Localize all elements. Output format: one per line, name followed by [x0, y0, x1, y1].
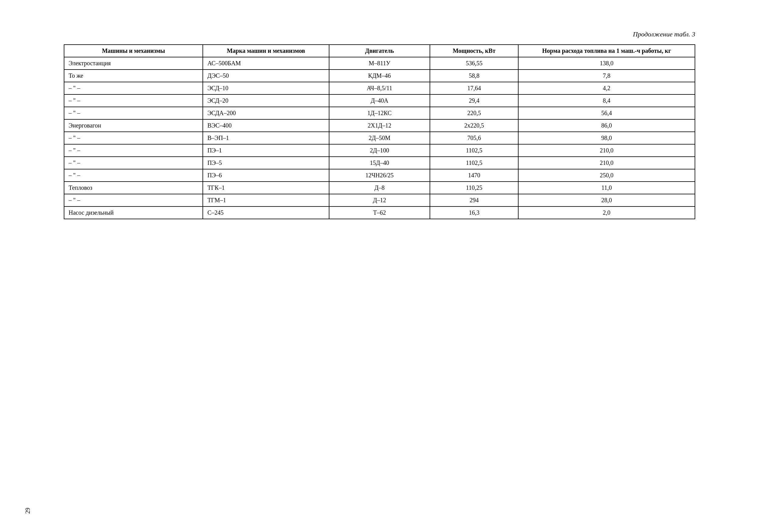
cell-power: 58,8 [430, 69, 518, 82]
cell-engine: 2Д–100 [329, 144, 430, 157]
cell-power: 1470 [430, 169, 518, 182]
table-row: ТепловозТГК–1Д–8110,2511,0 [64, 182, 695, 194]
cell-machine: – " – [64, 107, 203, 119]
table-row: – " –ЭСДА–2001Д–12КС220,556,4 [64, 107, 695, 119]
cell-power: 29,4 [430, 95, 518, 107]
cell-power: 294 [430, 194, 518, 206]
cell-brand: ВЭС–400 [203, 119, 329, 132]
cell-machine: – " – [64, 157, 203, 169]
cell-machine: Насос дизельный [64, 206, 203, 219]
cell-power: 110,25 [430, 182, 518, 194]
cell-machine: Электростанция [64, 57, 203, 69]
cell-brand: С–245 [203, 206, 329, 219]
table-row: – " –ПЭ–515Д–401102,5210,0 [64, 157, 695, 169]
cell-power: 17,64 [430, 82, 518, 95]
cell-fuel-norm: 210,0 [518, 157, 695, 169]
cell-power: 705,6 [430, 132, 518, 144]
cell-power: 1102,5 [430, 157, 518, 169]
cell-brand: ТГК–1 [203, 182, 329, 194]
col-header-power: Мощность, кВт [430, 45, 518, 57]
cell-brand: ТГМ–1 [203, 194, 329, 206]
cell-power: 1102,5 [430, 144, 518, 157]
cell-machine: – " – [64, 169, 203, 182]
cell-brand: ЭСДА–200 [203, 107, 329, 119]
cell-machine: – " – [64, 132, 203, 144]
cell-machine: Энерговагон [64, 119, 203, 132]
cell-fuel-norm: 250,0 [518, 169, 695, 182]
cell-brand: ПЭ–6 [203, 169, 329, 182]
cell-fuel-norm: 2,0 [518, 206, 695, 219]
page-container: Продолжение табл. 3 Машины и механизмы М… [46, 18, 713, 231]
cell-fuel-norm: 138,0 [518, 57, 695, 69]
col-header-fuel: Норма расхода топлива на 1 маш.-ч работы… [518, 45, 695, 57]
cell-engine: Т–62 [329, 206, 430, 219]
cell-machine: То же [64, 69, 203, 82]
table-row: – " –ПЭ–612ЧН26/251470250,0 [64, 169, 695, 182]
cell-engine: 12ЧН26/25 [329, 169, 430, 182]
table-title: Продолжение табл. 3 [64, 30, 695, 38]
cell-fuel-norm: 7,8 [518, 69, 695, 82]
cell-engine: 2Д–50М [329, 132, 430, 144]
cell-power: 16,3 [430, 206, 518, 219]
table-row: – " –ЭСД–10АЧ–8,5/1117,644,2 [64, 82, 695, 95]
cell-fuel-norm: 11,0 [518, 182, 695, 194]
cell-fuel-norm: 8,4 [518, 95, 695, 107]
cell-machine: – " – [64, 95, 203, 107]
cell-brand: ЭСД–20 [203, 95, 329, 107]
col-header-brand: Марка машин и механизмов [203, 45, 329, 57]
table-row: Насос дизельныйС–245Т–6216,32,0 [64, 206, 695, 219]
col-header-engine: Двигатель [329, 45, 430, 57]
cell-fuel-norm: 210,0 [518, 144, 695, 157]
cell-power: 220,5 [430, 107, 518, 119]
cell-engine: 1Д–12КС [329, 107, 430, 119]
cell-fuel-norm: 86,0 [518, 119, 695, 132]
cell-engine: Д–40А [329, 95, 430, 107]
cell-machine: – " – [64, 194, 203, 206]
cell-brand: ДЭС–50 [203, 69, 329, 82]
cell-engine: АЧ–8,5/11 [329, 82, 430, 95]
table-row: – " –ПЭ–12Д–1001102,5210,0 [64, 144, 695, 157]
cell-brand: ПЭ–1 [203, 144, 329, 157]
page-number: 29 [24, 508, 31, 514]
cell-brand: АС–500БАМ [203, 57, 329, 69]
cell-machine: – " – [64, 144, 203, 157]
table-row: ЭнерговагонВЭС–4002Х1Д–122х220,586,0 [64, 119, 695, 132]
cell-fuel-norm: 4,2 [518, 82, 695, 95]
table-row: – " –ТГМ–1Д–1229428,0 [64, 194, 695, 206]
cell-engine: КДМ–46 [329, 69, 430, 82]
cell-engine: 15Д–40 [329, 157, 430, 169]
col-header-machines: Машины и механизмы [64, 45, 203, 57]
cell-brand: ПЭ–5 [203, 157, 329, 169]
cell-power: 536,55 [430, 57, 518, 69]
table-row: ЭлектростанцияАС–500БАММ–811У536,55138,0 [64, 57, 695, 69]
cell-machine: – " – [64, 82, 203, 95]
table-header-row: Машины и механизмы Марка машин и механиз… [64, 45, 695, 57]
table-row: – " –В–ЭП–12Д–50М705,698,0 [64, 132, 695, 144]
cell-machine: Тепловоз [64, 182, 203, 194]
cell-brand: В–ЭП–1 [203, 132, 329, 144]
cell-fuel-norm: 98,0 [518, 132, 695, 144]
cell-engine: Д–8 [329, 182, 430, 194]
table-row: – " –ЭСД–20Д–40А29,48,4 [64, 95, 695, 107]
table-row: То жеДЭС–50КДМ–4658,87,8 [64, 69, 695, 82]
cell-fuel-norm: 28,0 [518, 194, 695, 206]
main-table: Машины и механизмы Марка машин и механиз… [64, 44, 695, 219]
cell-engine: Д–12 [329, 194, 430, 206]
cell-engine: М–811У [329, 57, 430, 69]
cell-engine: 2Х1Д–12 [329, 119, 430, 132]
cell-fuel-norm: 56,4 [518, 107, 695, 119]
cell-power: 2х220,5 [430, 119, 518, 132]
cell-brand: ЭСД–10 [203, 82, 329, 95]
